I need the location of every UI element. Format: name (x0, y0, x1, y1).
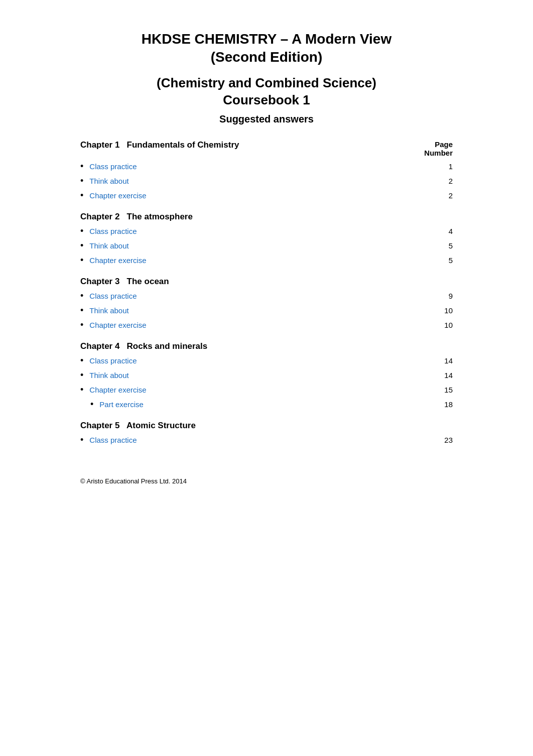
bullet-icon: • (80, 240, 83, 251)
bullet-icon: • (80, 226, 83, 236)
main-title: HKDSE CHEMISTRY – A Modern View (Second … (80, 30, 453, 67)
chapter-1-heading: Chapter 1 Fundamentals of Chemistry (80, 140, 239, 150)
suggested-answers-label: Suggested answers (80, 113, 453, 125)
chapter-5-heading: Chapter 5 Atomic Structure (80, 421, 196, 431)
chapter-3-block: Chapter 3 The ocean • Class practice 9 •… (80, 277, 453, 332)
bullet-icon: • (80, 355, 83, 366)
ch4-chapter-exercise-link[interactable]: Chapter exercise (89, 386, 146, 394)
bullet-icon: • (90, 399, 93, 410)
ch4-part-exercise-link[interactable]: Part exercise (99, 400, 144, 409)
ch4-class-practice-link[interactable]: Class practice (89, 356, 137, 365)
ch2-class-practice-link[interactable]: Class practice (89, 227, 137, 235)
table-of-contents: Chapter 1 Fundamentals of Chemistry Page… (80, 140, 453, 447)
chapter-4-label: Chapter 4 (80, 341, 119, 351)
chapter-5-block: Chapter 5 Atomic Structure • Class pract… (80, 421, 453, 447)
page-number-column-header: PageNumber (413, 140, 453, 157)
ch2-chapter-exercise-row: • Chapter exercise 5 (80, 253, 453, 268)
ch2-chapter-exercise-page: 5 (438, 256, 453, 265)
ch3-think-about-page: 10 (438, 306, 453, 315)
sub-title: (Chemistry and Combined Science) Courseb… (80, 75, 453, 109)
chapter-1-title: Fundamentals of Chemistry (127, 140, 239, 150)
chapter-1-label: Chapter 1 (80, 140, 119, 150)
ch2-think-about-page: 5 (438, 241, 453, 250)
chapter-3-heading: Chapter 3 The ocean (80, 277, 169, 287)
chapter-3-label: Chapter 3 (80, 277, 119, 286)
bullet-icon: • (80, 255, 83, 266)
chapter-2-label: Chapter 2 (80, 212, 119, 221)
ch1-chapter-exercise-page: 2 (438, 191, 453, 200)
ch4-think-about-row: • Think about 14 (80, 368, 453, 383)
ch4-class-practice-page: 14 (438, 356, 453, 365)
ch5-class-practice-page: 23 (438, 436, 453, 444)
ch2-think-about-row: • Think about 5 (80, 238, 453, 253)
ch3-think-about-row: • Think about 10 (80, 303, 453, 318)
bullet-icon: • (80, 370, 83, 381)
ch1-chapter-exercise-row: • Chapter exercise 2 (80, 188, 453, 203)
bullet-icon: • (80, 435, 83, 445)
bullet-icon: • (80, 161, 83, 172)
ch4-think-about-page: 14 (438, 371, 453, 380)
chapter-5-header-row: Chapter 5 Atomic Structure (80, 421, 453, 431)
bullet-icon: • (80, 320, 83, 330)
bullet-icon: • (80, 305, 83, 316)
chapter-2-block: Chapter 2 The atmosphere • Class practic… (80, 212, 453, 268)
chapter-2-title: The atmosphere (127, 212, 193, 221)
ch4-chapter-exercise-row: • Chapter exercise 15 (80, 383, 453, 397)
ch3-class-practice-page: 9 (438, 292, 453, 300)
chapter-1-header-row: Chapter 1 Fundamentals of Chemistry Page… (80, 140, 453, 157)
chapter-1-block: Chapter 1 Fundamentals of Chemistry Page… (80, 140, 453, 203)
chapter-3-header-row: Chapter 3 The ocean (80, 277, 453, 287)
chapter-2-heading: Chapter 2 The atmosphere (80, 212, 193, 222)
ch4-chapter-exercise-page: 15 (438, 386, 453, 394)
bullet-icon: • (80, 385, 83, 395)
chapter-4-title: Rocks and minerals (127, 341, 208, 351)
bullet-icon: • (80, 176, 83, 186)
chapter-5-label: Chapter 5 (80, 421, 119, 430)
ch2-chapter-exercise-link[interactable]: Chapter exercise (89, 256, 146, 265)
chapter-4-block: Chapter 4 Rocks and minerals • Class pra… (80, 341, 453, 412)
ch3-class-practice-row: • Class practice 9 (80, 289, 453, 303)
chapter-4-heading: Chapter 4 Rocks and minerals (80, 341, 207, 351)
ch4-part-exercise-row: • Part exercise 18 (80, 397, 453, 412)
chapter-5-title: Atomic Structure (126, 421, 196, 430)
ch4-part-exercise-page: 18 (438, 400, 453, 409)
ch3-chapter-exercise-row: • Chapter exercise 10 (80, 318, 453, 332)
ch3-think-about-link[interactable]: Think about (89, 306, 128, 315)
ch1-class-practice-link[interactable]: Class practice (89, 162, 137, 171)
ch1-class-practice-page: 1 (438, 162, 453, 171)
ch3-chapter-exercise-link[interactable]: Chapter exercise (89, 321, 146, 329)
ch2-think-about-link[interactable]: Think about (89, 241, 128, 250)
ch5-class-practice-link[interactable]: Class practice (89, 436, 137, 444)
footer: © Aristo Educational Press Ltd. 2014 (80, 477, 453, 485)
chapter-3-title: The ocean (127, 277, 169, 286)
ch3-class-practice-link[interactable]: Class practice (89, 292, 137, 300)
header: HKDSE CHEMISTRY – A Modern View (Second … (80, 30, 453, 125)
ch1-class-practice-row: • Class practice 1 (80, 159, 453, 174)
chapter-2-header-row: Chapter 2 The atmosphere (80, 212, 453, 222)
ch1-think-about-page: 2 (438, 177, 453, 185)
bullet-icon: • (80, 291, 83, 301)
ch1-chapter-exercise-link[interactable]: Chapter exercise (89, 191, 146, 200)
ch1-think-about-row: • Think about 2 (80, 174, 453, 188)
bullet-icon: • (80, 190, 83, 201)
ch1-think-about-link[interactable]: Think about (89, 177, 128, 185)
ch4-class-practice-row: • Class practice 14 (80, 353, 453, 368)
ch4-think-about-link[interactable]: Think about (89, 371, 128, 380)
ch3-chapter-exercise-page: 10 (438, 321, 453, 329)
ch2-class-practice-page: 4 (438, 227, 453, 235)
ch5-class-practice-row: • Class practice 23 (80, 433, 453, 447)
footer-text: © Aristo Educational Press Ltd. 2014 (80, 477, 187, 485)
ch2-class-practice-row: • Class practice 4 (80, 224, 453, 238)
chapter-4-header-row: Chapter 4 Rocks and minerals (80, 341, 453, 351)
